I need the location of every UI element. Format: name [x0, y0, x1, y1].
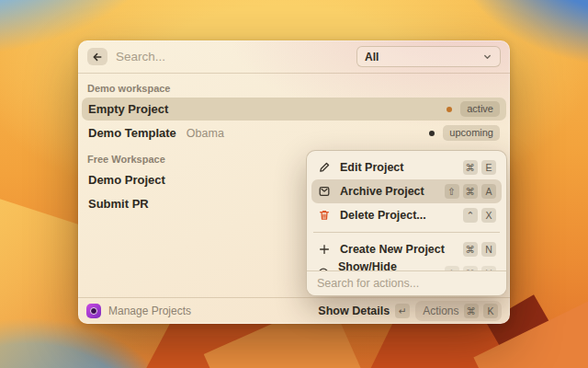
- section-header: Demo workspace: [82, 79, 506, 97]
- arrow-left-icon: [92, 52, 103, 63]
- actions-menu: Edit Project ⌘ E Archive Project ⇧ ⌘ A: [306, 150, 507, 296]
- menu-item-archive-project[interactable]: Archive Project ⇧ ⌘ A: [311, 179, 502, 203]
- list-item-subtitle: Obama: [187, 127, 224, 140]
- footer-app-label: Manage Projects: [108, 305, 191, 317]
- list-item-title: Submit PR: [88, 197, 149, 211]
- actions-button[interactable]: Actions ⌘ K: [415, 301, 502, 321]
- actions-menu-list: Edit Project ⌘ E Archive Project ⇧ ⌘ A: [307, 151, 506, 270]
- menu-item-delete-project[interactable]: Delete Project... ⌃ X: [311, 203, 502, 227]
- app-logo-icon: [86, 304, 101, 318]
- chevron-down-icon: [482, 52, 492, 62]
- actions-button-label: Actions: [423, 305, 458, 317]
- list-item-empty-project[interactable]: Empty Project active: [82, 98, 506, 121]
- launcher-window: Search... All Demo workspace Empty Proje…: [78, 40, 510, 324]
- keycap: ⌃: [463, 208, 478, 223]
- keycap: ⌘: [463, 242, 479, 257]
- shortcut-keys: ⌘ N: [463, 242, 497, 257]
- keycap: N: [481, 242, 496, 257]
- menu-item-label: Show/Hide Projects...: [338, 260, 436, 270]
- keycap: ⇧: [445, 266, 459, 270]
- list-item-title: Demo Project: [88, 173, 165, 187]
- keycap: ⌘: [464, 304, 480, 318]
- shortcut-keys: ⌘ E: [463, 160, 497, 175]
- footer-bar: Manage Projects Show Details ↵ Actions ⌘…: [78, 297, 510, 324]
- keycap: H: [481, 266, 496, 270]
- filter-dropdown[interactable]: All: [356, 46, 501, 67]
- menu-item-edit-project[interactable]: Edit Project ⌘ E: [311, 155, 502, 179]
- menu-item-label: Create New Project: [340, 243, 445, 256]
- desktop-wallpaper: Search... All Demo workspace Empty Proje…: [0, 0, 588, 368]
- keycap: ⌘: [463, 266, 479, 270]
- status-badge: upcoming: [443, 125, 500, 141]
- keycap: ⌘: [463, 160, 479, 175]
- menu-item-label: Edit Project: [340, 161, 403, 174]
- status-badge: active: [460, 101, 500, 117]
- list-item-title: Empty Project: [88, 102, 168, 116]
- status-dot-active: [447, 107, 452, 112]
- keycap: E: [481, 160, 496, 175]
- list-item-demo-template[interactable]: Demo Template Obama upcoming: [82, 121, 506, 144]
- actions-search-input[interactable]: Search for actions...: [307, 270, 506, 295]
- keycap: X: [481, 208, 496, 223]
- return-keycap: ↵: [395, 304, 410, 318]
- archive-icon: [317, 184, 332, 199]
- shortcut-keys: ⇧ ⌘ A: [445, 184, 497, 199]
- keycap: A: [481, 184, 496, 199]
- shortcut-keys: ⇧ ⌘ H: [445, 266, 497, 270]
- menu-item-label: Delete Project...: [340, 209, 426, 222]
- show-details-button[interactable]: Show Details: [318, 305, 390, 317]
- pencil-icon: [317, 160, 332, 175]
- keycap: ⌘: [463, 184, 479, 199]
- filter-dropdown-value: All: [365, 51, 379, 63]
- status-dot-upcoming: [429, 131, 435, 136]
- search-input[interactable]: Search...: [116, 50, 348, 63]
- plus-icon: [317, 242, 332, 257]
- back-button[interactable]: [87, 48, 107, 65]
- menu-item-show-hide-projects[interactable]: Show/Hide Projects... ⇧ ⌘ H: [311, 261, 502, 270]
- shortcut-keys: ⌃ X: [463, 208, 496, 223]
- trash-icon: [317, 208, 332, 223]
- keycap: ⇧: [445, 184, 459, 199]
- menu-item-create-new-project[interactable]: Create New Project ⌘ N: [311, 237, 502, 261]
- list-item-title: Demo Template: [88, 126, 176, 140]
- top-bar: Search... All: [78, 40, 510, 74]
- menu-item-label: Archive Project: [340, 185, 424, 198]
- keycap: K: [483, 304, 498, 318]
- menu-divider: [313, 232, 500, 233]
